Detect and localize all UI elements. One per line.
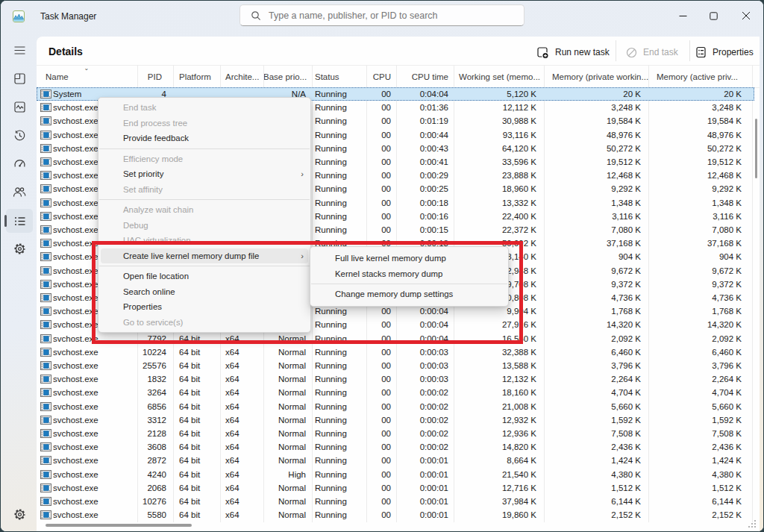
settings-button[interactable] [6,502,33,526]
table-cell: 7,508 K [648,427,752,440]
maximize-button[interactable] [698,5,728,26]
table-cell: svchost.exe [37,400,137,413]
table-cell: 18,960 K [454,182,544,195]
table-cell: 904 K [544,250,648,263]
table-cell: 64 bit [173,454,220,467]
table-cell: x64 [220,345,263,359]
sidebar-item-startup-apps[interactable] [6,151,33,175]
column-header[interactable]: Working set (memo... [454,68,544,86]
menu-item-analyze-wait-chain[interactable]: Analyze wait chain [98,202,310,218]
table-cell: 1,592 K [544,413,648,427]
table-cell: 0:00:01 [396,481,454,495]
menu-item-set-priority[interactable]: Set priority› [98,166,310,182]
table-cell: 4,704 K [544,386,648,399]
table-cell: x64 [220,508,263,522]
sidebar-item-app-history[interactable] [6,123,33,147]
run-new-task-label: Run new task [555,47,610,57]
sidebar-item-processes[interactable] [6,66,33,90]
table-cell: 00 [366,359,396,372]
table-cell: 00 [366,142,396,155]
table-cell: 0:00:02 [396,413,454,427]
table-cell: 19,512 K [544,155,648,169]
run-new-task-button[interactable]: Run new task [536,44,610,60]
properties-icon [695,46,707,58]
menu-item-debug[interactable]: Debug [98,218,310,234]
table-cell: 2128 [137,427,173,440]
table-cell: 6,144 K [648,495,752,508]
column-header[interactable]: Memory (active priv... [648,68,752,86]
menu-item-set-affinity[interactable]: Set affinity [98,182,310,198]
table-cell: 0:00:15 [396,223,454,237]
table-cell: 64 bit [173,359,220,372]
horizontal-scrollbar[interactable] [46,524,192,527]
table-cell: 00 [366,468,396,481]
table-cell: x64 [220,413,263,427]
table-cell: 64 bit [173,372,220,386]
table-cell: Running [312,114,366,128]
table-cell: 22,372 K [454,223,544,237]
table-cell: 0:00:01 [396,468,454,481]
table-cell: svchost.exe [37,508,137,522]
vertical-scrollbar[interactable] [755,119,757,178]
table-cell: 25576 [137,359,173,372]
table-cell: 13,332 K [454,196,544,210]
search-input[interactable]: Type a name, publisher, or PID to search [239,4,525,26]
table-cell: 00 [366,155,396,169]
table-cell: 0:00:01 [396,508,454,522]
sort-descending-icon: ⌄ [84,66,90,71]
column-header[interactable]: Memory (private workin... [544,68,648,86]
menu-item-end-task[interactable]: End task [98,100,310,116]
menu-toggle-button[interactable] [6,38,33,62]
table-cell: 12,132 K [454,372,544,386]
table-cell: 12,468 K [544,169,648,182]
column-header[interactable]: CPU [366,68,396,86]
table-cell: 00 [366,345,396,359]
table-cell: 00 [366,386,396,399]
menu-item-label: Provide feedback [123,134,189,143]
table-cell: svchost.exe [37,468,137,481]
table-cell: 12,716 K [454,481,544,495]
table-cell: 3608 [137,440,173,454]
table-cell: 23,888 K [454,169,544,182]
sidebar-item-users[interactable] [6,180,33,204]
menu-item-end-process-tree[interactable]: End process tree [98,116,310,131]
column-header[interactable]: Archite... [220,68,263,86]
table-cell: x64 [220,468,263,481]
column-header[interactable]: Base prio... [263,68,312,86]
window-title: Task Manager [40,11,96,22]
table-cell: 00 [366,128,396,142]
table-cell: Running [312,413,366,427]
table-cell: svchost.exe [37,440,137,454]
table-cell: x64 [220,359,263,372]
table-cell: 0:00:02 [396,386,454,399]
end-task-label: End task [643,47,678,57]
menu-item-provide-feedback[interactable]: Provide feedback [98,131,310,146]
table-cell: 00 [366,508,396,522]
sidebar-item-performance[interactable] [6,95,33,119]
minimize-button[interactable] [668,5,698,26]
table-cell: 8,664 K [454,454,544,467]
sidebar-item-details[interactable] [6,209,33,233]
menu-item-efficiency-mode[interactable]: Efficiency mode [98,151,310,167]
column-header[interactable]: PID [137,68,173,86]
close-button[interactable] [731,5,761,26]
table-cell: 64 bit [173,468,220,481]
table-cell: 7,080 K [544,223,648,237]
column-header[interactable]: Status [312,68,366,86]
column-header[interactable]: CPU time [396,68,454,86]
table-cell: 64 bit [173,386,220,399]
column-separator[interactable] [752,65,753,522]
table-cell: Normal [263,400,312,413]
properties-button[interactable]: Properties [695,44,754,60]
table-cell: 3,248 K [544,101,648,114]
table-cell: 00 [366,114,396,128]
resize-grip-icon[interactable] [747,519,757,529]
table-cell: 2,264 K [544,372,648,386]
table-cell: 00 [366,413,396,427]
menu-item-label: End process tree [123,119,187,128]
end-task-button[interactable]: End task [626,44,678,60]
column-header[interactable]: Platform [173,68,220,86]
sidebar-item-services[interactable] [6,237,33,260]
table-cell: 0:00:02 [396,427,454,440]
table-cell: 20 K [648,87,752,101]
